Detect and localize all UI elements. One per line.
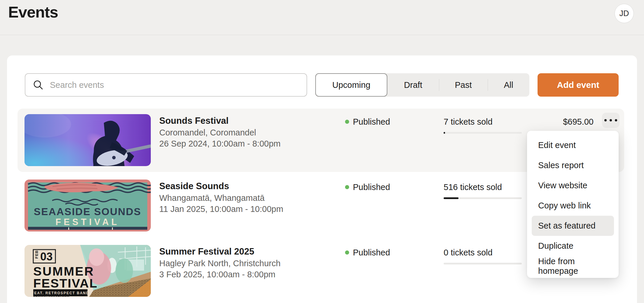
tickets-progress-fill	[444, 132, 445, 134]
toolbar: Upcoming Draft Past All Add event	[25, 73, 619, 97]
event-title: Sounds Festival	[159, 115, 281, 127]
status-dot	[345, 120, 349, 124]
tickets-sold-label: 0 tickets sold	[444, 248, 522, 257]
tab-all[interactable]: All	[488, 73, 529, 97]
event-title: Seaside Sounds	[159, 180, 283, 192]
tab-past[interactable]: Past	[439, 73, 488, 97]
event-datetime: 11 Jan 2025, 10:00am - 10:00pm	[159, 203, 283, 215]
tickets-sold-label: 516 tickets sold	[444, 182, 522, 192]
tickets-progress-track	[444, 263, 522, 264]
user-avatar[interactable]: JD	[615, 4, 634, 23]
status-label: Published	[353, 248, 390, 257]
search-icon	[33, 80, 43, 90]
status-label: Published	[353, 182, 390, 192]
tab-upcoming[interactable]: Upcoming	[315, 73, 387, 97]
poster-subtitle-text: FESTIVAL	[33, 276, 98, 290]
tickets-progress-track	[444, 197, 522, 199]
search-box[interactable]	[25, 73, 307, 97]
tickets-sold: 7 tickets sold	[444, 117, 522, 134]
event-datetime: 3 Feb 2025, 10:00am - 8:00pm	[159, 269, 281, 280]
menu-item-sales-report[interactable]: Sales report	[532, 155, 614, 175]
poster-title-text: SEAASIDE SOUNDS	[34, 206, 141, 217]
app-header: Events JD	[0, 0, 644, 35]
tickets-sold: 0 tickets sold	[444, 248, 522, 264]
event-thumbnail-summer-festival: 03 FEB SUMMER FESTIVAL FEAT. RETROSPECT …	[24, 245, 151, 297]
event-info: Seaside Sounds Whangamatā, Whangamatā 11…	[159, 180, 283, 215]
event-location: Hagley Park North, Christchurch	[159, 258, 281, 269]
event-location: Coromandel, Coromandel	[159, 127, 281, 138]
search-input[interactable]	[50, 80, 299, 90]
event-info: Summer Festival 2025 Hagley Park North, …	[159, 245, 281, 280]
status-label: Published	[353, 117, 390, 127]
tickets-progress-track	[444, 132, 522, 134]
poster-month-text: FEB	[34, 250, 39, 259]
menu-item-copy-web-link[interactable]: Copy web link	[532, 196, 614, 216]
tickets-sold-label: 7 tickets sold	[444, 117, 522, 127]
menu-item-duplicate[interactable]: Duplicate	[532, 236, 614, 256]
tickets-sold: 516 tickets sold	[444, 182, 522, 199]
tickets-progress-fill	[444, 197, 459, 199]
filter-tabs: Upcoming Draft Past All	[315, 73, 529, 97]
status-dot	[345, 185, 349, 189]
event-thumbnail-seaside-sounds: SEAASIDE SOUNDS FESTIVAL	[24, 180, 151, 231]
menu-item-set-as-featured[interactable]: Set as featured	[532, 216, 614, 236]
event-thumbnail-sounds-festival	[24, 114, 151, 166]
menu-item-hide-from-homepage[interactable]: Hide from homepage	[532, 256, 614, 276]
event-title: Summer Festival 2025	[159, 245, 281, 258]
poster-url-text: summerfestival.com	[33, 294, 69, 297]
avatar-initials: JD	[620, 9, 629, 18]
row-actions-menu: Edit event Sales report View website Cop…	[527, 131, 619, 278]
event-info: Sounds Festival Coromandel, Coromandel 2…	[159, 115, 281, 149]
tab-draft[interactable]: Draft	[387, 73, 439, 97]
row-actions-button[interactable]	[602, 113, 620, 128]
status-badge: Published	[345, 182, 390, 192]
poster-day-text: 03	[40, 250, 52, 263]
event-price: $695.00	[563, 117, 594, 127]
status-dot	[345, 250, 349, 255]
menu-item-edit-event[interactable]: Edit event	[532, 135, 614, 155]
event-datetime: 26 Sep 2024, 10:00am - 8:00pm	[159, 138, 281, 149]
add-event-button[interactable]: Add event	[538, 73, 619, 97]
ellipsis-icon	[604, 119, 607, 121]
status-badge: Published	[345, 117, 390, 127]
status-badge: Published	[345, 248, 390, 257]
menu-item-view-website[interactable]: View website	[532, 175, 614, 196]
poster-subtitle-text: FESTIVAL	[55, 217, 120, 227]
event-location: Whangamatā, Whangamatā	[159, 192, 283, 203]
page-title: Events	[8, 3, 58, 21]
